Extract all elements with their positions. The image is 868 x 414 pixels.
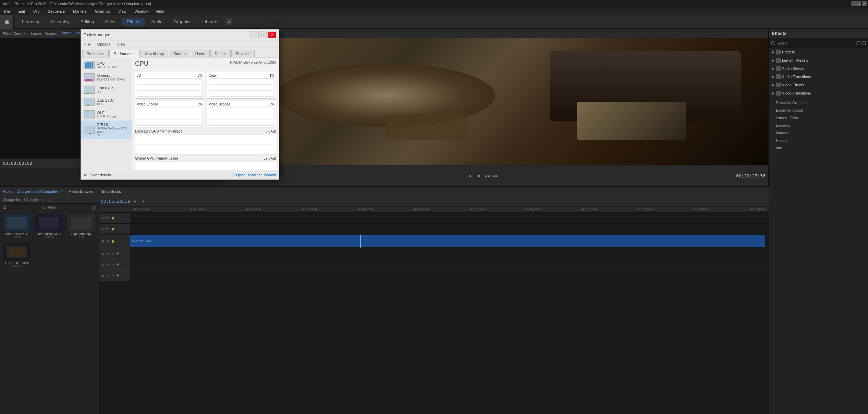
gpu-copy-label: Copy 1% <box>209 74 274 77</box>
restore-button[interactable]: □ <box>856 1 861 6</box>
tm-tab-app-history[interactable]: App history <box>140 50 168 57</box>
lumetri-color-item[interactable]: Lumetri Color <box>769 114 868 122</box>
tm-sidebar-wifi[interactable]: Wi-Fi S: 0 R: 0 Kbps <box>81 108 132 121</box>
more-workspaces-button[interactable]: » <box>225 18 232 25</box>
history-item[interactable]: History <box>769 137 868 144</box>
tab-effects[interactable]: Effects <box>122 18 145 26</box>
info-item[interactable]: Info <box>769 144 868 152</box>
track-a2-mute[interactable]: M <box>105 262 110 267</box>
tm-tab-performance[interactable]: Performance <box>109 50 140 58</box>
memory-label: Memory <box>97 74 124 78</box>
menu-graphics[interactable]: Graphics <box>94 9 111 14</box>
menu-file[interactable]: File <box>3 9 12 14</box>
effects-category-lumetri-presets[interactable]: ▶ Lumetri Presets <box>769 56 868 64</box>
gpu-copy-percent: 1% <box>270 74 274 77</box>
task-manager-minimize[interactable]: ─ <box>249 32 257 38</box>
markers-item[interactable]: Markers <box>769 129 868 137</box>
track-a3-mute[interactable]: M <box>105 273 110 278</box>
timeline-menu[interactable]: ≡ <box>124 189 126 193</box>
menu-window[interactable]: Window <box>133 9 149 14</box>
tm-sidebar-disk0[interactable]: Disk 0 (C:) 0% <box>81 84 132 96</box>
media-item-gx[interactable]: GX010001.LMP4 5:55:54 <box>1 242 32 269</box>
track-v3-eye[interactable]: 👁 <box>105 216 110 221</box>
track-v2-lock[interactable]: 🔒 <box>111 227 115 231</box>
effects-category-video-effects[interactable]: ▶ Video Effects <box>769 81 868 89</box>
tm-tab-processes[interactable]: Processes <box>82 50 109 57</box>
media-item-logo[interactable]: Logo Intro.mp4 7:00 <box>66 213 97 240</box>
tab-assembly[interactable]: Assembly <box>46 18 74 26</box>
svg-rect-11 <box>117 274 119 276</box>
track-v2-eye[interactable]: 👁 <box>105 227 110 231</box>
libraries-item[interactable]: Libraries <box>769 122 868 129</box>
title-bar-controls[interactable]: ─ □ ✕ <box>851 0 867 8</box>
media-browser-label[interactable]: Media Browser <box>69 189 94 193</box>
task-manager-restore[interactable]: □ <box>258 32 267 38</box>
menu-edit[interactable]: Edit <box>17 9 26 14</box>
tm-sidebar-memory[interactable]: Memory 15.9/63.9 GB (25%) <box>81 71 132 84</box>
track-v1-eye[interactable]: 👁 <box>105 239 110 244</box>
tab-audio[interactable]: Audio <box>146 18 167 26</box>
tm-menu-options[interactable]: Options <box>95 41 112 47</box>
svg-rect-6 <box>92 207 95 210</box>
track-a3-solo[interactable]: S <box>111 273 115 278</box>
preview-rewind-button[interactable]: ◀◀ <box>484 173 491 179</box>
tm-tab-users[interactable]: Users <box>191 50 210 57</box>
lumetri-scopes-label[interactable]: Lumetri Scopes <box>31 32 57 36</box>
new-item-icon[interactable] <box>91 205 96 210</box>
media-toolbar: Charger Install Complete.prproj <box>0 196 99 204</box>
media-item-more-install[interactable]: More Install.MTS 1:25:00 <box>34 213 64 240</box>
effects-category-audio-transitions[interactable]: ▶ Audio Transitions <box>769 73 868 81</box>
menu-clip[interactable]: Clip <box>32 9 41 14</box>
tm-menu-view[interactable]: View <box>115 41 127 47</box>
menu-view[interactable]: View <box>117 9 128 14</box>
preview-play-button[interactable]: ▶ <box>467 173 474 179</box>
cpu-sublabel: 94% 4.14 GHz <box>97 65 117 69</box>
track-a1-solo[interactable]: S <box>111 251 115 256</box>
preview-stop-button[interactable]: ■ <box>476 173 482 179</box>
effects-category-presets[interactable]: ▶ Presets <box>769 48 868 56</box>
home-button[interactable] <box>0 15 14 29</box>
project-panel-menu[interactable]: ≡ <box>61 189 63 193</box>
dedicated-mem-chart <box>135 134 276 154</box>
task-manager-close[interactable]: ✕ <box>268 32 276 38</box>
tm-tab-services[interactable]: Services <box>231 50 255 57</box>
essential-sound-item[interactable]: Essential Sound <box>769 106 868 114</box>
media-item-intro[interactable]: Intro Sucks.MTS 1:30:30 <box>1 213 32 240</box>
menu-sequence[interactable]: Sequence <box>47 9 66 14</box>
effect-controls-label[interactable]: Effect Controls <box>3 32 27 36</box>
track-a2-label: A2 <box>101 263 105 266</box>
essential-graphics-item[interactable]: Essential Graphics <box>769 99 868 106</box>
tm-tab-startup[interactable]: Startup <box>169 50 190 57</box>
open-resource-monitor-button[interactable]: Open Resource Monitor <box>231 173 276 177</box>
tm-sidebar-disk1[interactable]: Disk 1 (D:) 10% <box>81 96 132 108</box>
menu-markers[interactable]: Markers <box>72 9 88 14</box>
close-button[interactable]: ✕ <box>862 1 867 6</box>
timeline-play-button[interactable]: ▶ <box>132 198 138 205</box>
tab-graphics[interactable]: Graphics <box>169 18 196 26</box>
tm-menu-file[interactable]: File <box>82 41 93 47</box>
track-v1-lock[interactable]: 🔒 <box>111 239 115 244</box>
tm-tab-details[interactable]: Details <box>210 50 231 57</box>
tab-editing[interactable]: Editing <box>76 18 99 26</box>
effects-category-video-transitions[interactable]: ▶ Video Transitions <box>769 89 868 97</box>
effects-search-input[interactable] <box>777 41 855 45</box>
svg-line-5 <box>5 208 7 209</box>
tab-color[interactable]: Color <box>100 18 121 26</box>
project-label[interactable]: Project: Charger Install Complete <box>3 189 58 193</box>
effects-category-audio-effects[interactable]: ▶ Audio Effects <box>769 64 868 73</box>
timeline-stop-button[interactable]: ■ <box>140 198 147 205</box>
tab-libraries[interactable]: Libraries <box>198 18 224 26</box>
tm-sidebar-gpu[interactable]: GPU 0 NVIDIA GeForce GTX 1080 3% <box>81 121 132 139</box>
track-a2-solo[interactable]: S <box>111 262 115 267</box>
fewer-details-button[interactable]: Fewer details <box>84 173 111 177</box>
minimize-button[interactable]: ─ <box>851 1 856 6</box>
gpu-encode-title: Video Encode <box>137 102 158 106</box>
sequence-label[interactable]: Intro Sucks <box>102 189 121 193</box>
tab-learning[interactable]: Learning <box>17 18 44 26</box>
track-a1-mute[interactable]: M <box>105 251 110 256</box>
task-manager-window-controls[interactable]: ─ □ ✕ <box>249 32 276 38</box>
preview-forward-button[interactable]: ▶▶ <box>492 173 499 179</box>
tm-sidebar-cpu[interactable]: CPU 94% 4.14 GHz <box>81 59 132 71</box>
track-v3-lock[interactable]: 🔒 <box>111 216 115 221</box>
menu-help[interactable]: Help <box>155 9 166 14</box>
